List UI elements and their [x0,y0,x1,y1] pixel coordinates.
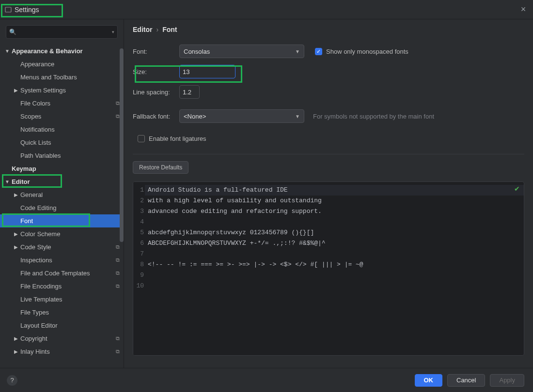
copy-icon[interactable]: ⧉ [116,113,120,120]
search-input-wrap[interactable]: 🔍 ▾ [6,25,118,39]
fallback-dropdown[interactable]: <None> ▼ [179,109,304,123]
sidebar-item-file-encodings[interactable]: File Encodings⧉ [0,280,124,293]
preview-code[interactable]: Android Studio is a full-featured IDE wi… [145,182,524,355]
font-preview: 12345678910 Android Studio is a full-fea… [133,181,524,356]
sidebar-item-appearance[interactable]: Appearance [0,58,124,71]
font-dropdown-value: Consolas [184,48,210,55]
sidebar-item-inlay-hints[interactable]: ▶Inlay Hints⧉ [0,345,124,358]
apply-button[interactable]: Apply [490,374,524,387]
sidebar-item-label: Appearance & Behavior [12,47,120,55]
sidebar-item-font[interactable]: Font [0,214,124,227]
size-label: Size: [133,68,179,75]
restore-defaults-button[interactable]: Restore Defaults [133,161,188,174]
breadcrumb-parent[interactable]: Editor [133,26,152,33]
sidebar-item-color-scheme[interactable]: ▶Color Scheme [0,227,124,241]
sidebar-item-scopes[interactable]: Scopes⧉ [0,110,124,123]
sidebar-item-keymap[interactable]: Keymap [0,162,124,175]
sidebar-item-layout-editor[interactable]: Layout Editor [0,319,124,332]
expand-arrow-icon[interactable]: ▼ [4,179,11,184]
search-icon: 🔍 [9,29,16,35]
expand-arrow-icon[interactable]: ▶ [13,192,19,197]
sidebar-item-file-types[interactable]: File Types [0,306,124,319]
footer: ? OK Cancel Apply [0,368,533,392]
main-panel: Editor › Font Font: Consolas ▼ Show only… [124,19,533,368]
sidebar-item-label: Path Variables [20,152,120,159]
preview-gutter: 12345678910 [133,182,145,355]
chevron-down-icon: ▼ [295,49,300,54]
sidebar-item-label: File Colors [20,100,114,107]
sidebar-item-general[interactable]: ▶General [0,188,124,201]
breadcrumb: Editor › Font [124,19,533,40]
fallback-hint: For symbols not supported by the main fo… [313,113,434,120]
copy-icon[interactable]: ⧉ [116,270,120,276]
chevron-down-icon: ▼ [295,114,300,119]
sidebar-item-label: Code Editing [20,204,120,211]
line-spacing-label: Line spacing: [133,89,179,96]
sidebar-item-live-templates[interactable]: Live Templates [0,293,124,306]
monospaced-checkbox[interactable] [315,48,322,55]
search-input[interactable] [18,29,112,35]
copy-icon[interactable]: ⧉ [116,100,120,106]
settings-tree[interactable]: ▼Appearance & BehaviorAppearanceMenus an… [0,43,124,368]
sidebar-item-file-colors[interactable]: File Colors⧉ [0,97,124,110]
sidebar-item-label: Code Style [20,243,114,251]
copy-icon[interactable]: ⧉ [116,283,120,289]
expand-arrow-icon[interactable]: ▶ [13,349,19,354]
sidebar-item-label: Inlay Hints [20,348,114,355]
sidebar-item-appearance-behavior[interactable]: ▼Appearance & Behavior [0,45,124,58]
sidebar-item-label: Live Templates [20,296,120,303]
divider [133,154,524,154]
sidebar-item-label: Layout Editor [20,322,120,329]
sidebar-item-label: File Types [20,309,120,316]
breadcrumb-current: Font [162,26,177,33]
expand-arrow-icon[interactable]: ▼ [4,48,11,54]
cancel-button[interactable]: Cancel [447,374,485,387]
sidebar-item-menus-and-toolbars[interactable]: Menus and Toolbars [0,71,124,84]
sidebar-item-quick-lists[interactable]: Quick Lists [0,136,124,149]
expand-arrow-icon[interactable]: ▶ [13,336,19,341]
font-dropdown[interactable]: Consolas ▼ [179,45,304,58]
ok-button[interactable]: OK [415,374,443,387]
sidebar-item-label: Appearance [20,60,120,68]
help-button[interactable]: ? [7,375,17,386]
monospaced-label[interactable]: Show only monospaced fonts [326,48,408,55]
svg-rect-0 [5,7,11,12]
sidebar-item-notifications[interactable]: Notifications [0,123,124,136]
sidebar-item-label: General [20,191,120,198]
sidebar-item-code-editing[interactable]: Code Editing [0,201,124,214]
size-input[interactable] [179,65,235,78]
ligatures-label[interactable]: Enable font ligatures [149,135,206,142]
sidebar-item-label: Copyright [20,335,114,342]
fallback-dropdown-value: <None> [184,113,206,120]
sidebar-item-path-variables[interactable]: Path Variables [0,149,124,162]
sidebar-item-label: Color Scheme [20,230,120,238]
copy-icon[interactable]: ⧉ [116,257,120,263]
chevron-right-icon: › [156,26,158,33]
sidebar-item-label: File and Code Templates [20,270,114,277]
close-icon[interactable]: × [518,4,528,15]
copy-icon[interactable]: ⧉ [116,335,120,342]
expand-arrow-icon[interactable]: ▶ [13,244,19,250]
copy-icon[interactable]: ⧉ [116,348,120,355]
line-spacing-input[interactable] [179,85,200,99]
sidebar-item-code-style[interactable]: ▶Code Style⧉ [0,241,124,254]
expand-arrow-icon[interactable]: ▶ [13,88,19,93]
copy-icon[interactable]: ⧉ [116,244,120,250]
font-label: Font: [133,48,179,55]
sidebar-item-file-and-code-templates[interactable]: File and Code Templates⧉ [0,267,124,280]
sidebar-item-label: Font [20,217,120,225]
ligatures-checkbox[interactable] [138,135,145,142]
sidebar-item-editor[interactable]: ▼Editor [0,175,124,188]
scrollbar[interactable] [120,48,124,242]
check-icon: ✔ [514,185,520,193]
sidebar-item-system-settings[interactable]: ▶System Settings [0,84,124,97]
sidebar: 🔍 ▾ ▼Appearance & BehaviorAppearanceMenu… [0,19,124,368]
window-title: Settings [15,6,39,14]
chevron-down-icon[interactable]: ▾ [112,30,114,34]
sidebar-item-label: Menus and Toolbars [20,74,120,81]
sidebar-item-copyright[interactable]: ▶Copyright⧉ [0,332,124,345]
titlebar: Settings × [0,0,533,19]
expand-arrow-icon[interactable]: ▶ [13,231,19,237]
sidebar-item-inspections[interactable]: Inspections⧉ [0,254,124,267]
fallback-label: Fallback font: [133,113,179,120]
